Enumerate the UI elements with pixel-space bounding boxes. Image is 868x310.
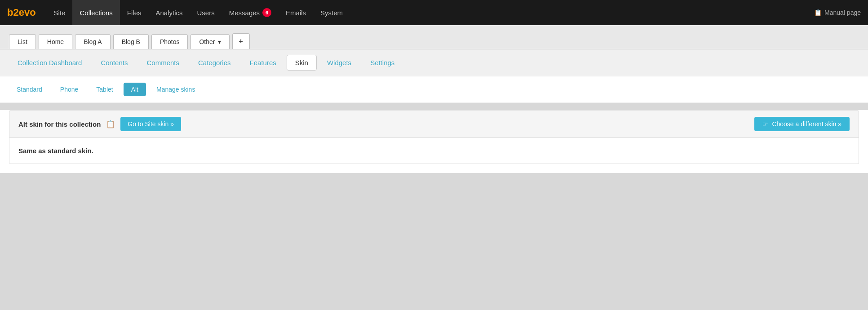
collection-tab-other[interactable]: Other ▾ <box>190 34 229 49</box>
nav-item-messages[interactable]: Messages 6 <box>222 0 279 25</box>
main-content: Alt skin for this collection 📋 Go to Sit… <box>0 110 868 173</box>
top-nav: b2evo Site Collections Files Analytics U… <box>0 0 868 25</box>
manual-page-label: Manual page <box>824 9 861 16</box>
section-nav: Collection Dashboard Contents Comments C… <box>0 49 868 76</box>
skin-tab-standard[interactable]: Standard <box>9 83 50 96</box>
messages-badge: 6 <box>262 8 271 17</box>
choose-skin-label: Choose a different skin » <box>772 120 841 128</box>
section-tab-categories[interactable]: Categories <box>190 55 239 71</box>
section-tab-comments[interactable]: Comments <box>138 55 188 71</box>
nav-item-collections[interactable]: Collections <box>72 0 120 25</box>
nav-item-analytics[interactable]: Analytics <box>149 0 190 25</box>
brand-logo[interactable]: b2evo <box>7 7 36 18</box>
section-tab-features[interactable]: Features <box>241 55 285 71</box>
collection-tabs: List Home Blog A Blog B Photos Other ▾ + <box>0 25 868 49</box>
top-nav-items: Site Collections Files Analytics Users M… <box>47 0 814 25</box>
alt-skin-body: Same as standard skin. <box>9 138 859 164</box>
collection-tab-blog-b[interactable]: Blog B <box>113 34 149 49</box>
other-label: Other <box>199 38 215 45</box>
skin-tab-phone[interactable]: Phone <box>53 83 86 96</box>
section-tab-skin[interactable]: Skin <box>287 55 317 71</box>
goto-site-skin-button[interactable]: Go to Site skin » <box>120 117 181 131</box>
choose-different-skin-button[interactable]: ☞ Choose a different skin » <box>754 117 850 131</box>
add-collection-button[interactable]: + <box>232 33 250 49</box>
same-as-standard-text: Same as standard skin. <box>18 147 850 155</box>
nav-item-files[interactable]: Files <box>120 0 149 25</box>
alt-skin-title: Alt skin for this collection <box>18 120 101 128</box>
alt-skin-header-left: Alt skin for this collection 📋 Go to Sit… <box>18 117 181 131</box>
skin-tab-tablet[interactable]: Tablet <box>89 83 120 96</box>
collection-tab-list[interactable]: List <box>9 34 36 49</box>
skin-tab-alt[interactable]: Alt <box>124 83 146 96</box>
nav-item-site[interactable]: Site <box>47 0 73 25</box>
skin-tabs: Standard Phone Tablet Alt Manage skins <box>0 76 868 103</box>
nav-item-emails[interactable]: Emails <box>279 0 313 25</box>
cursor-icon: ☞ <box>762 120 768 128</box>
nav-item-users[interactable]: Users <box>190 0 222 25</box>
section-tab-collection-dashboard[interactable]: Collection Dashboard <box>9 55 90 71</box>
collection-tab-blog-a[interactable]: Blog A <box>75 34 110 49</box>
skin-tab-manage-skins[interactable]: Manage skins <box>149 83 203 96</box>
manual-page-icon: 📋 <box>814 9 822 16</box>
collection-tab-photos[interactable]: Photos <box>151 34 188 49</box>
alt-skin-header: Alt skin for this collection 📋 Go to Sit… <box>9 110 859 138</box>
manual-page-link[interactable]: 📋 Manual page <box>814 9 861 16</box>
chevron-down-icon: ▾ <box>218 38 221 45</box>
nav-item-system[interactable]: System <box>313 0 350 25</box>
book-icon: 📋 <box>106 120 115 128</box>
section-tab-settings[interactable]: Settings <box>362 55 403 71</box>
section-tab-widgets[interactable]: Widgets <box>319 55 360 71</box>
section-tab-contents[interactable]: Contents <box>92 55 136 71</box>
messages-label: Messages <box>229 9 260 17</box>
collection-tab-home[interactable]: Home <box>39 34 72 49</box>
